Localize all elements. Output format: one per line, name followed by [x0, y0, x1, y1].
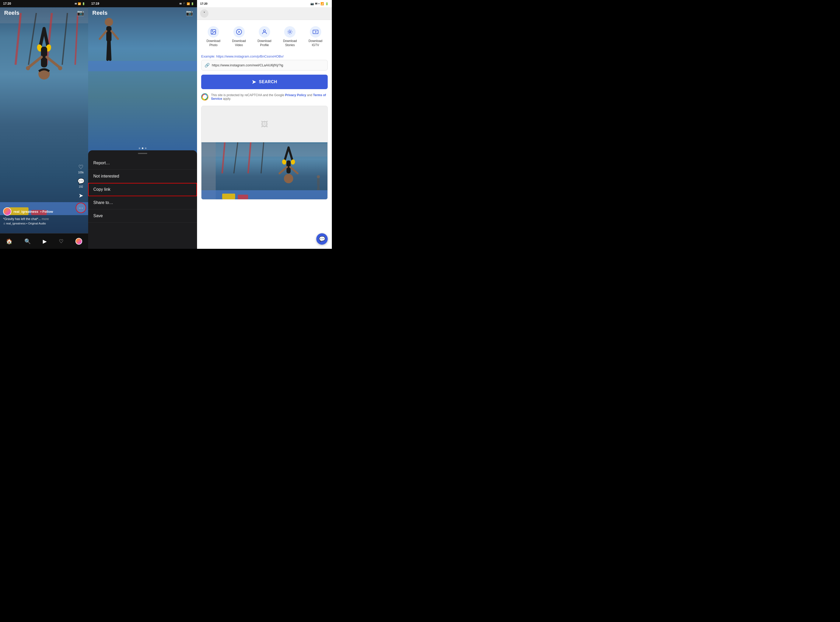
download-stories-icon	[284, 26, 296, 38]
browser-back-button[interactable]: ˅	[200, 9, 208, 18]
menu-item-save[interactable]: Save	[88, 209, 197, 223]
audio-row: ♫ real_igreatness • Original Audio	[3, 222, 85, 225]
privacy-policy-link[interactable]: Privacy Policy	[285, 93, 306, 97]
bottom-overlay: real_igreatness • Follow *Gravity has le…	[0, 207, 88, 228]
download-igtv-icon	[310, 26, 321, 38]
recaptcha-logo	[201, 93, 208, 101]
menu-item-share-to[interactable]: Share to…	[88, 196, 197, 209]
tab-download-video[interactable]: DownloadVideo	[229, 24, 249, 49]
dot-2	[142, 148, 144, 149]
svg-rect-16	[106, 26, 111, 42]
url-input-section: Example: https://www.instagram.com/p/BnC…	[201, 55, 328, 70]
nav-search[interactable]: 🔍	[24, 238, 31, 244]
menu-item-copy-link[interactable]: Copy link	[88, 183, 197, 196]
share-button[interactable]: ➤	[79, 192, 83, 199]
tab-download-igtv[interactable]: DownloadIGTV	[305, 24, 326, 49]
tab-download-igtv-label: DownloadIGTV	[309, 39, 322, 47]
svg-point-13	[58, 66, 62, 70]
svg-line-4	[75, 13, 78, 65]
svg-line-33	[285, 148, 289, 160]
tab-download-photo[interactable]: DownloadPhoto	[203, 24, 224, 49]
svg-line-10	[29, 57, 41, 67]
preview-red-block	[238, 195, 248, 199]
menu-item-not-interested[interactable]: Not interested	[88, 170, 197, 183]
follow-button[interactable]: • Follow	[40, 210, 53, 213]
background-person	[315, 175, 322, 190]
svg-point-28	[202, 94, 208, 100]
svg-point-12	[26, 66, 30, 70]
bottom-navigation-panel1: 🏠 🔍 ▶ ♡	[0, 233, 88, 249]
reels-title-panel1: Reels	[4, 9, 20, 16]
signal-p2: 📶	[187, 2, 190, 5]
more-options-button[interactable]: ⋯	[76, 203, 86, 212]
camera-button-panel1[interactable]: 📷	[77, 9, 84, 16]
profile-avatar-nav	[75, 238, 82, 245]
nav-profile[interactable]	[75, 238, 82, 245]
nav-reels[interactable]: ▶	[43, 238, 47, 244]
swipe-indicator	[139, 148, 147, 149]
tab-download-stories[interactable]: DownloadStories	[279, 24, 300, 49]
tab-download-profile[interactable]: DownloadProfile	[254, 24, 275, 49]
example-text: Example: https://www.instagram.com/p/BnC…	[201, 55, 328, 58]
preview-gymnast-figure	[276, 145, 301, 192]
user-avatar[interactable]	[3, 207, 11, 216]
search-button[interactable]: ➤ SEARCH	[201, 75, 328, 89]
tab-download-stories-label: DownloadStories	[283, 39, 297, 47]
comment-button[interactable]: 💬 192	[78, 178, 84, 188]
svg-line-6	[44, 29, 48, 47]
panel-instagram-reels: 17:20 ✉ 📶 🔋 Reels 📷 real_igreatness • Fo…	[0, 0, 88, 249]
svg-point-41	[317, 175, 320, 178]
comment-count: 192	[79, 185, 83, 188]
search-button-label: SEARCH	[259, 79, 277, 84]
tab-download-profile-label: DownloadProfile	[257, 39, 271, 47]
svg-line-30	[234, 142, 238, 173]
username[interactable]: real_igreatness	[14, 210, 38, 213]
chat-support-button[interactable]: 💬	[316, 233, 328, 245]
url-input-field[interactable]	[212, 63, 324, 67]
like-button[interactable]: ♡ 105k	[78, 164, 84, 174]
status-bar-panel1: 17:20 ✉ 📶 🔋	[0, 0, 88, 7]
caption-text: *Gravity has left the chat*... more	[3, 217, 85, 221]
svg-line-34	[289, 148, 292, 160]
more-link[interactable]: more	[42, 217, 49, 221]
reels-icon: ▶	[43, 238, 47, 244]
search-icon: 🔍	[24, 238, 31, 244]
svg-marker-24	[238, 31, 240, 33]
camera-status-icon: 📷	[310, 2, 314, 5]
reels-header-panel1: Reels 📷	[0, 7, 88, 19]
action-buttons: ♡ 105k 💬 192 ➤ ⋯	[76, 164, 86, 212]
battery-p2: 🔋	[191, 2, 194, 5]
nav-heart[interactable]: ♡	[59, 238, 64, 244]
mail-icon: ✉	[75, 2, 77, 5]
download-photo-icon	[208, 26, 219, 38]
svg-line-11	[47, 57, 60, 67]
camera-button-panel2[interactable]: 📷	[186, 9, 193, 16]
user-row: real_igreatness • Follow	[3, 207, 85, 216]
placeholder-icon: 🖼	[261, 120, 268, 128]
nav-home[interactable]: 🏠	[6, 238, 12, 244]
status-icons-panel1: ✉ 📶 🔋	[75, 2, 85, 5]
gymnast-standing	[99, 15, 119, 67]
browser-status-time: 17:20	[200, 2, 208, 5]
like-count: 105k	[78, 171, 84, 174]
preview-yellow-block	[222, 194, 235, 199]
svg-line-18	[109, 42, 110, 59]
svg-rect-27	[313, 30, 318, 34]
gymnast-figure	[21, 26, 67, 135]
preview-ropes	[214, 142, 282, 173]
gymnast-panel2	[99, 15, 119, 67]
status-time-panel2: 17:19	[91, 2, 99, 5]
download-profile-icon	[259, 26, 270, 38]
svg-line-39	[290, 167, 298, 173]
mail-status-icon: ✉	[315, 2, 317, 5]
svg-line-29	[222, 142, 225, 173]
comment-icon: 💬	[78, 178, 84, 185]
preview-floor	[202, 190, 327, 199]
video-background-panel2	[88, 0, 197, 161]
drag-handle[interactable]	[138, 153, 147, 154]
menu-item-report[interactable]: Report…	[88, 157, 197, 170]
tab-download-video-label: DownloadVideo	[232, 39, 246, 47]
svg-line-44	[319, 186, 319, 190]
reels-header-panel2: Reels 📷	[88, 7, 197, 19]
context-menu-sheet: Report… Not interested Copy link Share t…	[88, 150, 197, 249]
